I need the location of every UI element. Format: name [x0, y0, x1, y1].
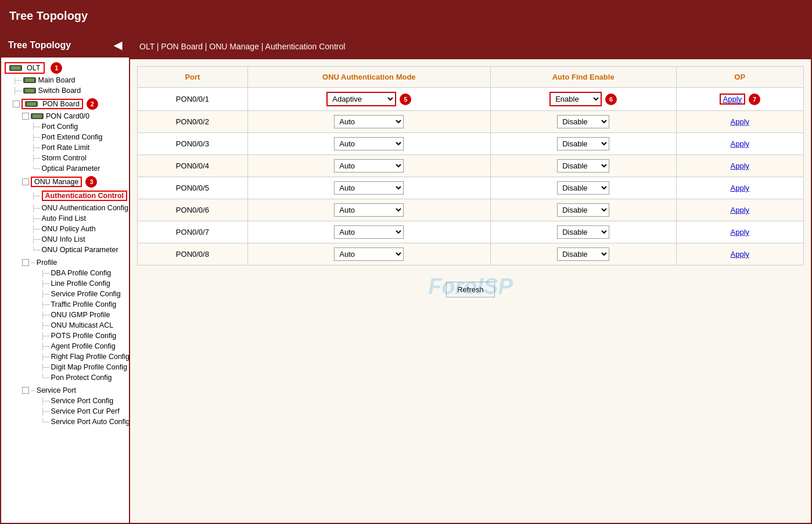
olt-box[interactable]: OLT — [5, 62, 45, 74]
sidebar-item-onu-auth-config[interactable]: ├─ ONU Authentication Config — [1, 203, 129, 213]
sidebar-item-digit-map[interactable]: ├─ Digit Map Profile Config — [1, 362, 129, 372]
port-cell: PON0/0/7 — [138, 221, 248, 243]
table-row: PON0/0/4AutoAdaptiveManualEnableDisableA… — [138, 155, 804, 177]
sidebar: Tree Topology ◀ OLT 1 ├─ Main Board — [1, 33, 130, 523]
sidebar-item-service-port-group[interactable]: ─ Service Port — [1, 385, 129, 396]
apply-link[interactable]: Apply — [720, 94, 746, 105]
sidebar-item-port-rate[interactable]: ├─ Port Rate Limit — [1, 142, 129, 153]
auth-mode-select[interactable]: AutoAdaptiveManual — [334, 247, 404, 261]
sidebar-item-service-profile[interactable]: ├─ Service Profile Config — [1, 289, 129, 299]
apply-link[interactable]: Apply — [731, 117, 750, 126]
sidebar-item-switch-board[interactable]: ├─ Switch Board — [1, 85, 129, 96]
auto-find-select[interactable]: EnableDisable — [549, 92, 602, 106]
auto-find-select[interactable]: EnableDisable — [557, 181, 609, 195]
auto-find-select[interactable]: EnableDisable — [557, 225, 609, 239]
sidebar-item-service-port-config[interactable]: ├─ Service Port Config — [1, 396, 129, 406]
sidebar-item-line[interactable]: ├─ Line Profile Config — [1, 278, 129, 289]
sidebar-item-service-port-auto[interactable]: └─ Service Port Auto Config — [1, 417, 129, 427]
sidebar-item-traffic[interactable]: ├─ Traffic Profile Config — [1, 299, 129, 310]
onu-manage-box[interactable]: ONU Manage — [31, 177, 82, 187]
auth-mode-select[interactable]: AutoAdaptiveManual — [334, 203, 404, 217]
pon-card-icon — [31, 113, 44, 119]
sidebar-item-multicast[interactable]: ├─ ONU Multicast ACL — [1, 320, 129, 331]
sidebar-item-dba[interactable]: ├─ DBA Profile Config — [1, 268, 129, 278]
main-board-icon — [23, 77, 36, 83]
auth-mode-cell: AutoAdaptiveManual — [247, 111, 490, 133]
pon-card-checkbox[interactable] — [22, 113, 29, 120]
port-cell: PON0/0/4 — [138, 155, 248, 177]
sidebar-item-auto-find[interactable]: ├─ Auto Find List — [1, 213, 129, 224]
breadcrumb: OLT | PON Board | ONU Manage | Authentic… — [130, 33, 811, 59]
badge-olt: 1 — [51, 62, 62, 74]
auto-find-select[interactable]: EnableDisable — [557, 159, 609, 173]
table-row: PON0/0/2AutoAdaptiveManualEnableDisableA… — [138, 111, 804, 133]
sidebar-item-agent[interactable]: ├─ Agent Profile Config — [1, 341, 129, 351]
switch-board-icon — [23, 88, 36, 94]
auth-mode-select[interactable]: AutoAdaptiveManual — [326, 92, 396, 106]
sidebar-item-service-port-cur-perf[interactable]: ├─ Service Port Cur Perf — [1, 406, 129, 417]
sidebar-item-onu-info[interactable]: ├─ ONU Info List — [1, 234, 129, 245]
port-cell: PON0/0/6 — [138, 199, 248, 221]
table-row: PON0/0/7AutoAdaptiveManualEnableDisableA… — [138, 221, 804, 243]
apply-link[interactable]: Apply — [731, 161, 750, 170]
auth-mode-select[interactable]: AutoAdaptiveManual — [334, 225, 404, 239]
sidebar-item-optical[interactable]: └─ Optical Parameter — [1, 163, 129, 174]
table-row: PON0/0/6AutoAdaptiveManualEnableDisableA… — [138, 199, 804, 221]
auto-find-cell: EnableDisable — [490, 133, 676, 155]
sidebar-item-auth-control[interactable]: ├─ Authentication Control 4 — [1, 189, 129, 203]
profile-checkbox[interactable] — [22, 259, 29, 266]
col-auth-mode: ONU Authentication Mode — [247, 67, 490, 88]
pon-board-box[interactable]: PON Board — [21, 99, 83, 109]
auto-find-select[interactable]: EnableDisable — [557, 137, 609, 150]
table-row: PON0/0/8AutoAdaptiveManualEnableDisableA… — [138, 243, 804, 265]
col-op: OP — [676, 67, 803, 88]
auth-control-box[interactable]: Authentication Control — [42, 191, 127, 201]
auth-mode-select[interactable]: AutoAdaptiveManual — [334, 137, 404, 150]
auth-mode-select[interactable]: AutoAdaptiveManual — [334, 159, 404, 173]
auto-find-select[interactable]: EnableDisable — [557, 247, 609, 261]
pon-board-icon — [25, 101, 38, 107]
refresh-button[interactable]: Refresh — [446, 282, 495, 297]
table-row: PON0/0/1AutoAdaptiveManual5EnableDisable… — [138, 88, 804, 111]
auto-find-select[interactable]: EnableDisable — [557, 203, 609, 217]
port-cell: PON0/0/2 — [138, 111, 248, 133]
apply-link[interactable]: Apply — [731, 184, 750, 192]
op-cell: Apply — [676, 243, 803, 265]
app-title: Tree Topology — [9, 9, 88, 23]
apply-link[interactable]: Apply — [731, 228, 750, 236]
sidebar-item-olt[interactable]: OLT 1 — [1, 61, 129, 75]
auth-mode-select[interactable]: AutoAdaptiveManual — [334, 181, 404, 195]
sidebar-item-policy-auth[interactable]: ├─ ONU Policy Auth — [1, 224, 129, 234]
sidebar-item-right-flag[interactable]: ├─ Right Flag Profile Config — [1, 351, 129, 362]
sidebar-item-storm[interactable]: ├─ Storm Control — [1, 153, 129, 163]
sidebar-item-port-config[interactable]: ├─ Port Config — [1, 121, 129, 132]
sidebar-item-onu-optical[interactable]: └─ ONU Optical Parameter — [1, 245, 129, 255]
op-cell: Apply — [676, 221, 803, 243]
refresh-area: ForoISP Refresh — [137, 265, 804, 307]
sidebar-item-pon-card[interactable]: PON Card0/0 — [1, 111, 129, 121]
port-cell: PON0/0/8 — [138, 243, 248, 265]
service-port-checkbox[interactable] — [22, 387, 29, 394]
auto-find-select[interactable]: EnableDisable — [557, 115, 609, 128]
apply-link[interactable]: Apply — [731, 139, 750, 148]
apply-link[interactable]: Apply — [731, 250, 750, 259]
pon-board-checkbox[interactable] — [13, 101, 20, 107]
sidebar-item-port-extend[interactable]: ├─ Port Extend Config — [1, 132, 129, 142]
auto-find-cell: EnableDisable — [490, 155, 676, 177]
sidebar-item-main-board[interactable]: ├─ Main Board — [1, 75, 129, 85]
collapse-arrow[interactable]: ◀ — [114, 39, 122, 52]
apply-link[interactable]: Apply — [731, 206, 750, 214]
sidebar-item-pon-board[interactable]: PON Board 2 — [1, 97, 129, 111]
op-cell: Apply — [676, 155, 803, 177]
onu-manage-checkbox[interactable] — [22, 178, 29, 185]
sidebar-item-profile[interactable]: ─ Profile — [1, 257, 129, 268]
badge-auto-find: 6 — [605, 94, 617, 105]
auth-mode-cell: AutoAdaptiveManual — [247, 155, 490, 177]
auth-mode-select[interactable]: AutoAdaptiveManual — [334, 115, 404, 128]
sidebar-item-onu-manage[interactable]: ONU Manage 3 — [1, 175, 129, 189]
sidebar-item-pon-protect[interactable]: └─ Pon Protect Config — [1, 372, 129, 383]
op-cell: Apply — [676, 199, 803, 221]
main-content: OLT | PON Board | ONU Manage | Authentic… — [130, 33, 811, 523]
sidebar-item-pots[interactable]: ├─ POTS Profile Config — [1, 331, 129, 341]
sidebar-item-igmp[interactable]: ├─ ONU IGMP Profile — [1, 310, 129, 320]
